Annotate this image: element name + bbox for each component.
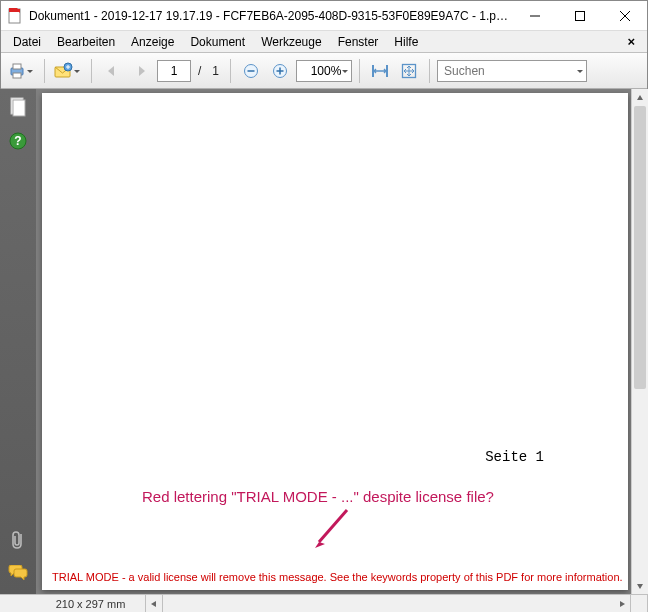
title-bar: Dokument1 - 2019-12-17 19.17.19 - FCF7EB… [1, 1, 647, 31]
menu-bar: Datei Bearbeiten Anzeige Dokument Werkze… [1, 31, 647, 53]
zoom-in-button[interactable] [267, 58, 293, 84]
menu-edit[interactable]: Bearbeiten [49, 33, 123, 51]
zoom-in-icon [272, 63, 288, 79]
annotation-question: Red lettering "TRIAL MODE - ..." despite… [142, 488, 494, 505]
prev-page-button[interactable] [99, 58, 125, 84]
hscroll-right-button[interactable] [614, 595, 631, 612]
close-button[interactable] [602, 1, 647, 30]
svg-rect-1 [9, 9, 20, 12]
sidebar: ? [0, 89, 36, 594]
zoom-out-icon [243, 63, 259, 79]
status-bar: 210 x 297 mm [0, 594, 648, 612]
menu-tools[interactable]: Werkzeuge [253, 33, 329, 51]
page-total: 1 [208, 64, 223, 78]
menu-view[interactable]: Anzeige [123, 33, 182, 51]
thumbnails-panel-button[interactable] [8, 97, 28, 117]
vertical-scrollbar[interactable] [631, 89, 648, 594]
fit-page-button[interactable] [396, 58, 422, 84]
zoom-out-button[interactable] [238, 58, 264, 84]
menu-window[interactable]: Fenster [330, 33, 387, 51]
thumbnails-icon [9, 97, 27, 117]
trial-mode-message: TRIAL MODE - a valid license will remove… [52, 571, 618, 583]
document-viewport[interactable]: Seite 1 Red lettering "TRIAL MODE - ..."… [36, 89, 648, 594]
resize-grip[interactable] [631, 595, 648, 612]
annotation-arrow-icon [307, 508, 357, 553]
search-input[interactable] [437, 60, 587, 82]
hscroll-left-button[interactable] [146, 595, 163, 612]
menu-document[interactable]: Dokument [182, 33, 253, 51]
zoom-level-input[interactable] [296, 60, 352, 82]
email-icon [53, 62, 73, 80]
help-panel-button[interactable]: ? [8, 131, 28, 151]
fit-page-icon [401, 63, 417, 79]
scroll-track[interactable] [632, 106, 648, 577]
svg-rect-8 [13, 73, 21, 78]
print-button[interactable] [7, 58, 37, 84]
comments-panel-button[interactable] [8, 564, 28, 584]
document-close-button[interactable]: × [619, 32, 643, 51]
menu-file[interactable]: Datei [5, 33, 49, 51]
scroll-down-button[interactable] [632, 577, 648, 594]
minimize-button[interactable] [512, 1, 557, 30]
comments-icon [8, 565, 28, 583]
maximize-button[interactable] [557, 1, 602, 30]
svg-rect-7 [13, 64, 21, 69]
page-dimensions: 210 x 297 mm [36, 595, 146, 612]
menu-help[interactable]: Hilfe [386, 33, 426, 51]
pdf-page: Seite 1 Red lettering "TRIAL MODE - ..."… [42, 93, 628, 590]
help-icon: ? [9, 132, 27, 150]
next-page-icon [134, 64, 148, 78]
scroll-thumb[interactable] [634, 106, 646, 389]
app-icon [7, 8, 23, 24]
page-number-text: Seite 1 [485, 449, 544, 465]
svg-text:?: ? [14, 134, 21, 148]
print-icon [8, 62, 26, 80]
scroll-up-button[interactable] [632, 89, 648, 106]
paperclip-icon [9, 530, 27, 550]
next-page-button[interactable] [128, 58, 154, 84]
fit-width-icon [371, 63, 389, 79]
svg-rect-20 [13, 100, 25, 116]
prev-page-icon [105, 64, 119, 78]
svg-rect-3 [575, 11, 584, 20]
page-separator: / [194, 64, 205, 78]
content-area: ? Seite 1 Red lettering "TRIAL MODE - ..… [0, 89, 648, 594]
page-number-input[interactable] [157, 60, 191, 82]
fit-width-button[interactable] [367, 58, 393, 84]
toolbar: / 1 [1, 53, 647, 89]
window-title: Dokument1 - 2019-12-17 19.17.19 - FCF7EB… [29, 9, 512, 23]
attachments-panel-button[interactable] [8, 530, 28, 550]
email-button[interactable] [52, 58, 84, 84]
